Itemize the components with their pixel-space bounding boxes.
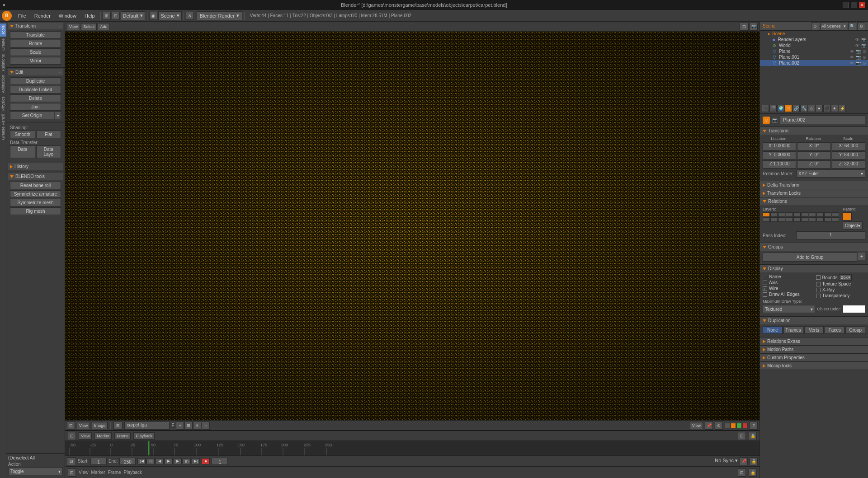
globe-icon[interactable]: ⊙ (715, 422, 723, 430)
timeline-ruler[interactable]: -50 -25 0 25 50 75 100 125 150 (65, 441, 760, 455)
layer-8[interactable] (816, 212, 824, 217)
join-button[interactable]: Join (10, 103, 61, 111)
status-lock[interactable]: 🔒 (749, 469, 757, 477)
status-icon[interactable]: ⊡ (68, 469, 76, 477)
maximize-button[interactable]: □ (851, 2, 857, 8)
data-layo-button[interactable]: Data Layo (36, 145, 61, 158)
relations-extras-header[interactable]: Relations Extras (760, 337, 868, 345)
world-eye[interactable]: 👁 (855, 43, 859, 48)
timeline-type-icon[interactable]: ⊡ (68, 432, 76, 440)
name-checkbox[interactable] (763, 275, 767, 279)
flat-button[interactable]: Flat (36, 131, 61, 138)
prop-icon-physics[interactable]: ⚡ (839, 105, 846, 112)
draw-all-edges-checkbox[interactable] (763, 292, 767, 297)
scale-z[interactable]: Z: 32.000 (832, 160, 865, 169)
select-menu-button[interactable]: Select (81, 23, 97, 30)
rotate-button[interactable]: Rotate (10, 40, 61, 47)
outliner-settings-icon[interactable]: ⚙ (857, 22, 865, 30)
image-filename[interactable]: carpet.tga (124, 422, 170, 430)
frame-value[interactable]: 1 (212, 458, 228, 465)
edit-header[interactable]: Edit ··· (8, 69, 63, 75)
transform-props-header[interactable]: Transform (760, 127, 868, 135)
transform-header[interactable]: Transform ··· (8, 23, 63, 29)
end-value[interactable]: 250 (119, 458, 136, 465)
toggle-dropdown[interactable]: Toggle ▾ (8, 468, 63, 475)
color-box-red[interactable] (742, 423, 748, 428)
pin-icon[interactable]: 📌 (705, 422, 713, 430)
vtab-tools[interactable]: Tools (0, 23, 6, 37)
dup-none-btn[interactable]: None (763, 326, 783, 334)
plane-cam[interactable]: 📷 (856, 49, 861, 54)
timeline-frame-btn[interactable]: Frame (114, 432, 131, 440)
layer-2[interactable] (770, 212, 778, 217)
plane001-cam[interactable]: 📷 (856, 55, 861, 60)
timeline-playback-btn[interactable]: Playback (133, 432, 155, 440)
delta-transform-header[interactable]: Delta Transform (760, 181, 868, 189)
smooth-button[interactable]: Smooth (10, 131, 35, 138)
transparency-checkbox[interactable] (816, 294, 821, 298)
tl-bottom-icon[interactable]: ⊡ (67, 457, 76, 465)
axis-checkbox[interactable] (763, 281, 767, 285)
rotation-z[interactable]: Z: 0° (797, 160, 830, 169)
layer-17[interactable] (809, 217, 816, 222)
prop-icon-particles[interactable]: ✦ (831, 105, 838, 112)
tl-pin-icon[interactable]: 📌 (740, 457, 748, 465)
world-cam[interactable]: 📷 (861, 43, 866, 48)
layer-11[interactable] (763, 217, 770, 222)
duplicate-button[interactable]: Duplicate (10, 77, 61, 85)
layer-14[interactable] (786, 217, 793, 222)
pass-index-value[interactable]: 1 (796, 231, 865, 239)
timeline-view-btn[interactable]: View (79, 432, 92, 440)
image-btn[interactable]: Image (92, 422, 108, 429)
outliner-item-plane001[interactable]: ▽ Plane.001 👁 📷 ⊙ (760, 54, 868, 60)
close-button[interactable]: ✕ (859, 2, 865, 8)
layer-3[interactable] (778, 212, 785, 217)
view-menu-button[interactable]: View (67, 23, 80, 30)
v-icon4[interactable]: ↔ (202, 422, 210, 430)
play-btn[interactable]: ▶ (165, 458, 173, 464)
delete-button[interactable]: Delete (10, 94, 61, 102)
plane001-eye[interactable]: 👁 (849, 55, 854, 60)
translate-button[interactable]: Translate (10, 31, 61, 39)
rig-mesh-button[interactable]: Rig mesh (10, 207, 61, 215)
outliner-item-renderlayers[interactable]: ■ RenderLayers 👁 📷 (760, 37, 868, 42)
obj-color-picker[interactable] (843, 305, 865, 313)
layer-5[interactable] (793, 212, 801, 217)
plane002-render[interactable]: ⊙ (863, 61, 866, 66)
next-key-btn[interactable]: |▷ (183, 458, 191, 464)
status-playback[interactable]: Playback (124, 470, 142, 475)
prop-icon-modifiers[interactable]: 🔧 (800, 105, 807, 112)
texture-space-checkbox[interactable] (816, 282, 821, 286)
menu-window[interactable]: Window (55, 11, 80, 20)
prop-icon-object[interactable]: ▽ (785, 105, 792, 112)
plane-render[interactable]: ⊙ (863, 49, 866, 54)
location-x[interactable]: X: 0.00000 (763, 142, 796, 150)
rotation-mode-select[interactable]: XYZ Euler ▾ (796, 169, 865, 178)
motion-paths-header[interactable]: Motion Paths (760, 346, 868, 353)
status-marker[interactable]: Marker (91, 470, 105, 475)
prop-icon-data[interactable]: ◇ (808, 105, 815, 112)
prev-key-btn[interactable]: ◁| (146, 458, 155, 464)
location-y[interactable]: Y: 0.00000 (763, 151, 796, 159)
scale-y[interactable]: Y: 64.000 (832, 151, 865, 159)
plane002-cam[interactable]: 📷 (856, 61, 861, 66)
layer-18[interactable] (816, 217, 824, 222)
parent-color-box[interactable] (843, 212, 852, 220)
timeline-marker-btn[interactable]: Marker (94, 432, 112, 440)
viewport-icon-1[interactable]: ⊞ (103, 12, 111, 20)
close-x-icon[interactable]: ✕ (186, 12, 194, 20)
search-icon[interactable]: 🔍 (848, 22, 856, 30)
layer-16[interactable] (801, 217, 808, 222)
prop-icon-texture[interactable]: ⬛ (823, 105, 830, 112)
engine-select[interactable]: Blender Render ▾ (197, 11, 242, 20)
bounds-checkbox[interactable] (816, 275, 821, 280)
plane-eye[interactable]: 👁 (849, 49, 854, 54)
layer-20[interactable] (832, 217, 839, 222)
layer-1[interactable] (763, 212, 770, 217)
record-btn[interactable]: ● (202, 458, 210, 464)
duplicate-linked-button[interactable]: Duplicate Linked (10, 86, 61, 94)
plane002-eye[interactable]: 👁 (849, 61, 854, 66)
set-origin-dropdown[interactable]: ▾ (55, 112, 61, 119)
color-box-gray[interactable] (725, 423, 730, 428)
v-icon3[interactable]: ✕ (193, 422, 201, 430)
